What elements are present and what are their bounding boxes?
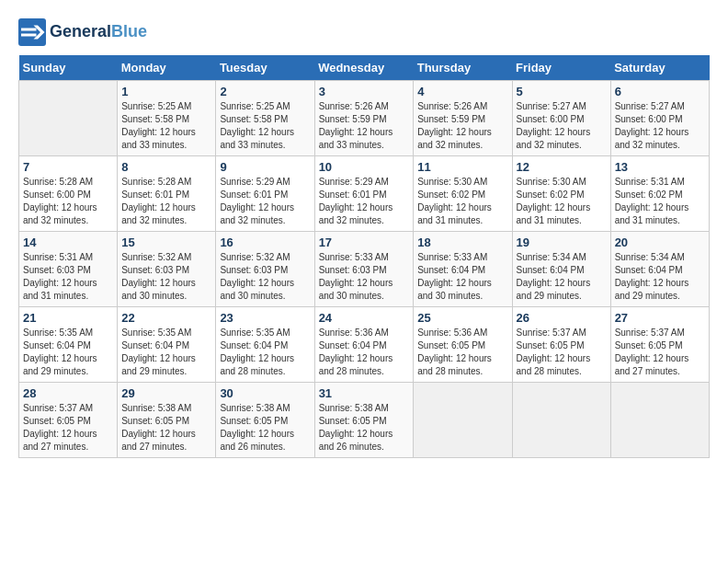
- day-info: Sunrise: 5:34 AMSunset: 6:04 PMDaylight:…: [517, 251, 607, 303]
- day-number: 22: [121, 311, 211, 325]
- day-info: Sunrise: 5:28 AMSunset: 6:00 PMDaylight:…: [23, 176, 113, 227]
- day-number: 27: [615, 311, 705, 325]
- day-info: Sunrise: 5:31 AMSunset: 6:02 PMDaylight:…: [615, 176, 705, 227]
- calendar-cell: 23Sunrise: 5:35 AMSunset: 6:04 PMDayligh…: [216, 307, 314, 383]
- day-number: 31: [319, 386, 410, 400]
- day-number: 17: [319, 236, 410, 249]
- calendar-cell: 16Sunrise: 5:32 AMSunset: 6:03 PMDayligh…: [216, 232, 314, 307]
- day-info: Sunrise: 5:35 AMSunset: 6:04 PMDaylight:…: [220, 327, 310, 378]
- day-info: Sunrise: 5:31 AMSunset: 6:03 PMDaylight:…: [23, 251, 113, 303]
- day-number: 8: [121, 160, 211, 174]
- day-number: 7: [23, 160, 113, 174]
- page-header: GeneralBlue: [18, 18, 710, 46]
- day-info: Sunrise: 5:26 AMSunset: 5:59 PMDaylight:…: [319, 100, 410, 152]
- calendar-cell: 13Sunrise: 5:31 AMSunset: 6:02 PMDayligh…: [610, 156, 709, 232]
- week-row-4: 21Sunrise: 5:35 AMSunset: 6:04 PMDayligh…: [19, 307, 710, 383]
- calendar-cell: [414, 383, 512, 458]
- calendar-cell: 6Sunrise: 5:27 AMSunset: 6:00 PMDaylight…: [610, 81, 709, 156]
- day-info: Sunrise: 5:25 AMSunset: 5:58 PMDaylight:…: [220, 100, 310, 152]
- calendar-cell: 5Sunrise: 5:27 AMSunset: 6:00 PMDaylight…: [512, 81, 610, 156]
- day-number: 19: [517, 236, 607, 249]
- day-info: Sunrise: 5:25 AMSunset: 5:58 PMDaylight:…: [121, 100, 211, 152]
- header-row: SundayMondayTuesdayWednesdayThursdayFrid…: [19, 55, 710, 81]
- calendar-cell: 10Sunrise: 5:29 AMSunset: 6:01 PMDayligh…: [314, 156, 414, 232]
- day-number: 9: [220, 160, 310, 174]
- day-number: 26: [517, 311, 607, 325]
- column-header-sunday: Sunday: [19, 55, 118, 81]
- calendar-cell: 31Sunrise: 5:38 AMSunset: 6:05 PMDayligh…: [314, 383, 414, 458]
- svg-rect-3: [21, 34, 37, 37]
- column-header-saturday: Saturday: [610, 55, 709, 81]
- day-info: Sunrise: 5:27 AMSunset: 6:00 PMDaylight:…: [615, 100, 705, 152]
- day-info: Sunrise: 5:33 AMSunset: 6:03 PMDaylight:…: [319, 251, 410, 303]
- day-number: 30: [220, 386, 310, 400]
- svg-rect-2: [21, 29, 37, 31]
- calendar-cell: 22Sunrise: 5:35 AMSunset: 6:04 PMDayligh…: [118, 307, 216, 383]
- week-row-5: 28Sunrise: 5:37 AMSunset: 6:05 PMDayligh…: [19, 383, 710, 458]
- day-info: Sunrise: 5:29 AMSunset: 6:01 PMDaylight:…: [220, 176, 310, 227]
- day-number: 14: [23, 236, 113, 249]
- calendar-cell: 29Sunrise: 5:38 AMSunset: 6:05 PMDayligh…: [118, 383, 216, 458]
- day-number: 21: [23, 311, 113, 325]
- calendar-cell: [512, 383, 610, 458]
- day-number: 6: [615, 85, 705, 98]
- calendar-cell: 30Sunrise: 5:38 AMSunset: 6:05 PMDayligh…: [216, 383, 314, 458]
- calendar-cell: 7Sunrise: 5:28 AMSunset: 6:00 PMDaylight…: [19, 156, 118, 232]
- day-number: 2: [220, 85, 310, 98]
- day-number: 11: [417, 160, 507, 174]
- calendar-cell: 28Sunrise: 5:37 AMSunset: 6:05 PMDayligh…: [19, 383, 118, 458]
- calendar-cell: 11Sunrise: 5:30 AMSunset: 6:02 PMDayligh…: [414, 156, 512, 232]
- day-number: 24: [319, 311, 410, 325]
- logo: GeneralBlue: [18, 18, 147, 46]
- day-number: 28: [23, 386, 113, 400]
- day-info: Sunrise: 5:29 AMSunset: 6:01 PMDaylight:…: [319, 176, 410, 227]
- day-info: Sunrise: 5:35 AMSunset: 6:04 PMDaylight:…: [23, 327, 113, 378]
- day-info: Sunrise: 5:38 AMSunset: 6:05 PMDaylight:…: [220, 402, 310, 454]
- calendar-cell: 21Sunrise: 5:35 AMSunset: 6:04 PMDayligh…: [19, 307, 118, 383]
- calendar-cell: 20Sunrise: 5:34 AMSunset: 6:04 PMDayligh…: [610, 232, 709, 307]
- calendar-cell: 1Sunrise: 5:25 AMSunset: 5:58 PMDaylight…: [118, 81, 216, 156]
- day-info: Sunrise: 5:34 AMSunset: 6:04 PMDaylight:…: [615, 251, 705, 303]
- calendar-cell: 18Sunrise: 5:33 AMSunset: 6:04 PMDayligh…: [414, 232, 512, 307]
- day-info: Sunrise: 5:33 AMSunset: 6:04 PMDaylight:…: [417, 251, 507, 303]
- column-header-friday: Friday: [512, 55, 610, 81]
- day-number: 25: [417, 311, 507, 325]
- calendar-cell: 19Sunrise: 5:34 AMSunset: 6:04 PMDayligh…: [512, 232, 610, 307]
- calendar-cell: 3Sunrise: 5:26 AMSunset: 5:59 PMDaylight…: [314, 81, 414, 156]
- day-number: 1: [121, 85, 211, 98]
- day-info: Sunrise: 5:28 AMSunset: 6:01 PMDaylight:…: [121, 176, 211, 227]
- calendar-cell: 9Sunrise: 5:29 AMSunset: 6:01 PMDaylight…: [216, 156, 314, 232]
- day-info: Sunrise: 5:38 AMSunset: 6:05 PMDaylight:…: [319, 402, 410, 454]
- day-number: 20: [615, 236, 705, 249]
- day-number: 5: [517, 85, 607, 98]
- calendar-cell: 24Sunrise: 5:36 AMSunset: 6:04 PMDayligh…: [314, 307, 414, 383]
- day-number: 16: [220, 236, 310, 249]
- day-info: Sunrise: 5:37 AMSunset: 6:05 PMDaylight:…: [615, 327, 705, 378]
- day-info: Sunrise: 5:32 AMSunset: 6:03 PMDaylight:…: [220, 251, 310, 303]
- week-row-1: 1Sunrise: 5:25 AMSunset: 5:58 PMDaylight…: [19, 81, 710, 156]
- calendar-table: SundayMondayTuesdayWednesdayThursdayFrid…: [18, 55, 710, 458]
- day-info: Sunrise: 5:30 AMSunset: 6:02 PMDaylight:…: [517, 176, 607, 227]
- day-info: Sunrise: 5:27 AMSunset: 6:00 PMDaylight:…: [517, 100, 607, 152]
- calendar-cell: [19, 81, 118, 156]
- week-row-2: 7Sunrise: 5:28 AMSunset: 6:00 PMDaylight…: [19, 156, 710, 232]
- day-number: 13: [615, 160, 705, 174]
- day-info: Sunrise: 5:30 AMSunset: 6:02 PMDaylight:…: [417, 176, 507, 227]
- column-header-thursday: Thursday: [414, 55, 512, 81]
- column-header-monday: Monday: [118, 55, 216, 81]
- day-number: 4: [417, 85, 507, 98]
- column-header-tuesday: Tuesday: [216, 55, 314, 81]
- day-info: Sunrise: 5:38 AMSunset: 6:05 PMDaylight:…: [121, 402, 211, 454]
- calendar-cell: 25Sunrise: 5:36 AMSunset: 6:05 PMDayligh…: [414, 307, 512, 383]
- calendar-cell: 8Sunrise: 5:28 AMSunset: 6:01 PMDaylight…: [118, 156, 216, 232]
- column-header-wednesday: Wednesday: [314, 55, 414, 81]
- calendar-cell: 14Sunrise: 5:31 AMSunset: 6:03 PMDayligh…: [19, 232, 118, 307]
- calendar-cell: 27Sunrise: 5:37 AMSunset: 6:05 PMDayligh…: [610, 307, 709, 383]
- day-info: Sunrise: 5:32 AMSunset: 6:03 PMDaylight:…: [121, 251, 211, 303]
- day-info: Sunrise: 5:37 AMSunset: 6:05 PMDaylight:…: [23, 402, 113, 454]
- week-row-3: 14Sunrise: 5:31 AMSunset: 6:03 PMDayligh…: [19, 232, 710, 307]
- day-number: 10: [319, 160, 410, 174]
- day-info: Sunrise: 5:36 AMSunset: 6:04 PMDaylight:…: [319, 327, 410, 378]
- day-info: Sunrise: 5:26 AMSunset: 5:59 PMDaylight:…: [417, 100, 507, 152]
- calendar-cell: [610, 383, 709, 458]
